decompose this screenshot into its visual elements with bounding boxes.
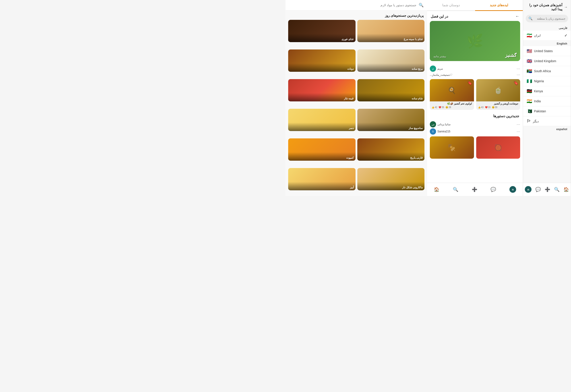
stat-laugh-emoji-tea: 😊 xyxy=(492,106,495,109)
home-icon-left: 🏠 xyxy=(563,187,569,192)
flag-ng: 🇳🇬 xyxy=(527,78,532,84)
trend-card-pomegranate[interactable]: قیمه نثار xyxy=(288,79,355,101)
search-icon-left: 🔍 xyxy=(554,187,560,192)
recipe-meta-row-2: ⋯ سانیا یزدانی س xyxy=(427,120,523,128)
nav-search-left[interactable]: 🔍 xyxy=(552,186,561,193)
recipe-cards-grid: 🍵 🔖 جوشانده آویشن و گشنیز 30 😊 33 ❤️ 43 xyxy=(427,78,523,111)
trend-card-rice[interactable]: برنج ساده xyxy=(357,49,425,72)
trend-label-turnip: قارنی یاریخ xyxy=(357,152,425,161)
trend-card-chocolate[interactable]: غذای فوری xyxy=(288,20,355,42)
section-label-farsi: فارسی xyxy=(523,25,571,30)
lang-item-ke[interactable]: Kenya 🇰🇪 xyxy=(523,86,571,96)
chat-icon-mid: 💬 xyxy=(490,187,496,192)
hero-card[interactable]: 🌿 گشنیز بیشتر بدانید xyxy=(430,21,520,61)
trend-card-turnip[interactable]: قارنی یاریخ xyxy=(357,138,425,161)
trend-label-chocolate: غذای فوری xyxy=(288,34,355,42)
lang-item-za[interactable]: South Africa 🇿🇦 xyxy=(523,66,571,76)
stat-laugh-count-tea: 30 xyxy=(495,106,498,109)
stat-heart-count-tea: 33 xyxy=(488,106,490,109)
left-panel-title: آشیزهای همزبان خود را پیدا کنید xyxy=(526,3,562,11)
stat-laugh-kotlet: 28 😊 xyxy=(445,106,451,109)
trend-card-sandwich[interactable]: ساندویچ ساز xyxy=(357,109,425,131)
user-avatar-1: م xyxy=(430,66,436,72)
newest-cards-grid: 🥘 🍢 xyxy=(427,136,523,160)
lang-item-ng[interactable]: Nigeria 🇳🇬 xyxy=(523,76,571,86)
tabs-row: ایده‌های جدید دوستان شما xyxy=(427,0,523,11)
nav-add-left[interactable]: ➕ xyxy=(543,186,552,193)
trend-card-persimmon[interactable]: کمپوت xyxy=(288,138,355,161)
trend-card-broth[interactable]: آبیز xyxy=(288,168,355,190)
hero-subtitle: بیشتر بدانید xyxy=(433,55,446,58)
flag-other: 🏳 xyxy=(527,119,531,124)
language-search[interactable]: 🔍 xyxy=(526,15,568,22)
tab-friends[interactable]: دوستان شما xyxy=(427,0,475,11)
trend-card-dessert[interactable]: دسر xyxy=(288,109,355,131)
stat-heart-emoji-tea: ❤️ xyxy=(485,106,488,109)
left-panel: → آشیزهای همزبان خود را پیدا کنید 🔍 فارس… xyxy=(523,0,571,196)
right-panel: 🔍 پربازدیدترین جستجوهای روز غذای با سینه… xyxy=(286,0,427,196)
profile-avatar-mid: n xyxy=(510,186,516,193)
trend-label-rice: برنج ساده xyxy=(357,63,425,72)
user-name-1: مریم xyxy=(437,67,443,70)
more-options-2[interactable]: ⋯ xyxy=(517,122,520,126)
recipe-meta-row-1b: ⋯ ♡دستپخت_مادماز... xyxy=(427,73,523,78)
bottom-nav-middle: n 💬 ➕ 🔍 🏠 xyxy=(427,183,523,196)
bookmark-icon-kotlet[interactable]: 🔖 xyxy=(467,81,472,85)
user-name-2: سانیا یزدانی xyxy=(437,123,451,126)
nav-profile-left[interactable]: n xyxy=(523,185,533,194)
trend-label-dessert: دسر xyxy=(288,123,355,131)
trend-card-donut[interactable]: دونات xyxy=(288,49,355,72)
trend-card-pasta[interactable]: ماکارونی شکل دار xyxy=(357,168,425,190)
flag-us: 🇺🇸 xyxy=(527,48,532,54)
stat-like-emoji-tea: 👍 xyxy=(478,106,481,109)
more-options-1[interactable]: ⋯ xyxy=(517,67,520,71)
recipe-card-tea[interactable]: 🍵 🔖 جوشانده آویشن و گشنیز 30 😊 33 ❤️ 43 xyxy=(476,79,520,110)
herb-deco: 🌿 xyxy=(467,33,483,49)
right-search-input[interactable] xyxy=(289,3,416,7)
recipe-card-new-2[interactable]: 🍢 xyxy=(430,136,474,159)
trend-card-stew[interactable]: شام ساده xyxy=(357,79,425,101)
lang-name-iran: ایران xyxy=(534,34,541,37)
stat-laugh-tea: 30 😊 xyxy=(492,106,498,109)
nav-chat-mid[interactable]: 💬 xyxy=(489,186,498,193)
back-button[interactable]: ← xyxy=(515,14,519,19)
add-icon-left: ➕ xyxy=(545,187,550,192)
user-avatar-samira: S xyxy=(430,128,436,135)
nav-home-left[interactable]: 🏠 xyxy=(562,186,571,193)
lang-item-in[interactable]: India 🇮🇳 xyxy=(523,96,571,106)
lang-item-uk[interactable]: United Kingdom 🇬🇧 xyxy=(523,56,571,66)
lang-item-us[interactable]: United States 🇺🇸 xyxy=(523,46,571,56)
lang-item-iran[interactable]: ✓ ایران 🇮🇷 xyxy=(523,30,571,41)
trending-grid: غذای با سینه مرغ غذای فوری برنج ساده دون… xyxy=(286,20,427,196)
profile-avatar-left: n xyxy=(525,186,531,193)
recipe-stats-kotlet: 28 😊 35 ❤️ 42 👍 xyxy=(430,106,474,110)
arrow-icon[interactable]: → xyxy=(564,5,568,9)
trend-label-sandwich: ساندویچ ساز xyxy=(357,123,425,131)
stat-heart-emoji-kotlet: ❤️ xyxy=(439,106,441,109)
trend-card-chicken[interactable]: غذای با سینه مرغ xyxy=(357,20,425,42)
stat-laugh-emoji-kotlet: 😊 xyxy=(445,106,448,109)
nav-search-mid[interactable]: 🔍 xyxy=(451,186,460,193)
more-options-1b[interactable]: ⋯ xyxy=(517,73,520,77)
lang-item-pk[interactable]: Pakistan 🇵🇰 xyxy=(523,106,571,116)
recipe-meta-row-2b: ⋯ Samira215 S xyxy=(427,128,523,136)
language-search-input[interactable] xyxy=(534,17,565,20)
nav-add-mid[interactable]: ➕ xyxy=(470,186,479,193)
recipe-card-new-1[interactable]: 🥘 xyxy=(476,136,520,159)
recipe-card-kotlet[interactable]: 🍳 🔖 کوکوی تخم گشنیز 🥔🌿 28 😊 35 ❤️ 42 xyxy=(430,79,474,110)
more-options-2b[interactable]: ⋯ xyxy=(517,129,520,134)
recipe-title-tea: جوشانده آویشن و گشنیز xyxy=(476,101,520,106)
hero-recipe-title: گشنیز xyxy=(505,53,517,58)
tab-new-ideas[interactable]: ایده‌های جدید xyxy=(475,0,523,11)
middle-panel: ایده‌های جدید دوستان شما ← در این فصل 🌿 … xyxy=(427,0,523,196)
stat-heart-kotlet: 35 ❤️ xyxy=(439,106,444,109)
recipe-title-kotlet: کوکوی تخم گشنیز 🥔🌿 xyxy=(430,101,474,106)
bookmark-icon-tea[interactable]: 🔖 xyxy=(513,81,518,85)
user-info-2: سانیا یزدانی س xyxy=(430,121,451,127)
nav-chat-left[interactable]: 💬 xyxy=(534,186,543,193)
trend-label-donut: دونات xyxy=(288,63,355,72)
nav-profile-mid[interactable]: n xyxy=(508,185,518,194)
nav-home-mid[interactable]: 🏠 xyxy=(432,186,441,193)
lang-item-other[interactable]: دیگر 🏳 xyxy=(523,116,571,126)
search-icon-right: 🔍 xyxy=(419,3,424,8)
